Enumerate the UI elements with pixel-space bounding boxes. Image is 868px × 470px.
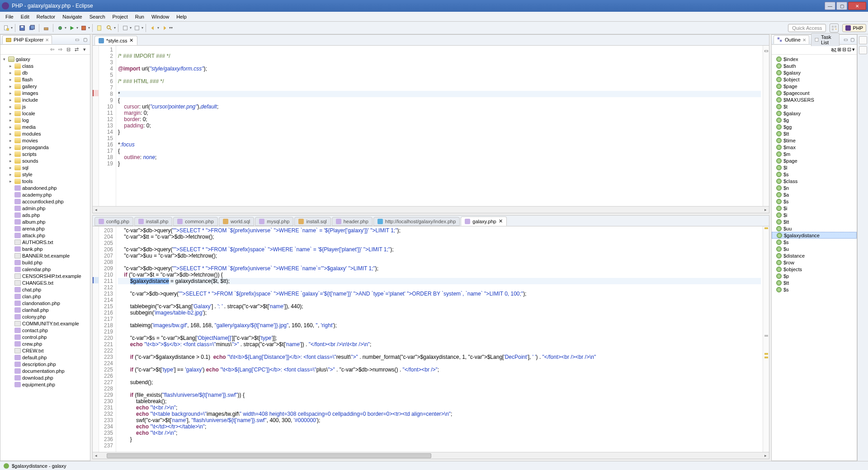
file-accountlocked-php[interactable]: accountlocked.php [0,198,90,205]
file-AUTHORS-txt[interactable]: AUTHORS.txt [0,239,90,245]
editor-body-top[interactable]: 12345678910111213141516171819 /* ### IMP… [93,46,769,206]
open-perspective-button[interactable]: + [830,24,839,33]
explorer-tree[interactable]: ▾galaxy▸class▸db▸flash▸gallery▸images▸in… [0,55,90,461]
outline-item[interactable]: $tt [772,130,857,137]
outline-item[interactable]: $m [772,150,857,157]
file-crew-php[interactable]: crew.php [0,340,90,347]
outline-item[interactable]: $galaxy [772,110,857,117]
menu-refactor[interactable]: Refactor [33,13,59,20]
forward-icon[interactable]: ⇨ [57,46,64,53]
view-menu-icon[interactable]: ▾ [81,46,88,53]
outline-item[interactable]: $s [772,239,857,245]
close-icon[interactable]: ✕ [129,38,133,43]
folder-sql[interactable]: ▸sql [0,164,90,171]
new-php-button[interactable] [95,24,104,33]
folder-class[interactable]: ▸class [0,62,90,69]
horizontal-scrollbar[interactable]: ◂▸ [93,206,769,213]
collapse-all-icon[interactable]: ⊟ [65,46,72,53]
minimize-view-button[interactable]: ▭ [843,37,848,43]
file-clandonation-php[interactable]: clandonation.php [0,300,90,306]
folder-js[interactable]: ▸js [0,103,90,110]
file-COMMUNITY-txt-example[interactable]: COMMUNITY.txt.example [0,320,90,327]
file-clan-php[interactable]: clan.php [0,293,90,300]
outline-item[interactable]: $g [772,117,857,123]
close-icon[interactable]: ✕ [45,38,49,42]
tab-galaxy-php[interactable]: galaxy.php✕ [461,216,506,226]
new-button[interactable] [2,24,11,33]
file-documentation-php[interactable]: documentation.php [0,367,90,374]
file-chat-php[interactable]: chat.php [0,286,90,293]
folder-movies[interactable]: ▸movies [0,137,90,144]
menu-run[interactable]: Run [132,13,148,20]
maximize-view-button[interactable]: ▢ [82,37,88,43]
outline-item[interactable]: $i [772,212,857,218]
file-equipment-php[interactable]: equipment.php [0,381,90,388]
file-CHANGES-txt[interactable]: CHANGES.txt [0,279,90,286]
close-button[interactable]: ✕ [848,2,866,10]
file-ads-php[interactable]: ads.php [0,212,90,218]
file-CREW-txt[interactable]: CREW.txt [0,347,90,354]
file-album-php[interactable]: album.php [0,218,90,225]
file-download-php[interactable]: download.php [0,374,90,381]
outline-item[interactable]: $p [772,273,857,279]
menu-search[interactable]: Search [86,13,109,20]
outline-item[interactable]: $auth [772,62,857,69]
file-bank-php[interactable]: bank.php [0,245,90,252]
quick-access-input[interactable]: Quick Access [788,24,826,32]
file-arena-php[interactable]: arena.php [0,225,90,232]
file-contact-php[interactable]: contact.php [0,327,90,334]
file-admin-php[interactable]: admin.php [0,205,90,212]
file-control-php[interactable]: control.php [0,334,90,340]
outline-item[interactable]: $tt [772,279,857,286]
perspective-php[interactable]: PHP [842,24,866,32]
file-attack-php[interactable]: attack.php [0,232,90,239]
filter-icon[interactable]: ⊞ [837,47,841,52]
view-menu-icon[interactable]: ▾ [852,47,855,52]
tab-config-php[interactable]: config.php [94,217,133,226]
folder-propaganda[interactable]: ▸propaganda [0,144,90,150]
folder-log[interactable]: ▸log [0,117,90,123]
task-list-tab[interactable]: Task List [811,33,840,46]
outline-item[interactable]: $galaxydistance [772,232,857,239]
open-type-button[interactable] [132,24,142,33]
php-explorer-tab[interactable]: PHP Explorer ✕ [2,35,52,44]
folder-tools[interactable]: ▸tools [0,178,90,184]
folder-scripts[interactable]: ▸scripts [0,150,90,157]
tab-install-sql[interactable]: install.sql [294,217,330,226]
folder-modules[interactable]: ▸modules [0,130,90,137]
outline-item[interactable]: $a [772,191,857,198]
file-abandoned-php[interactable]: abandoned.php [0,184,90,191]
tab-mysql-php[interactable]: mysql.php [255,217,293,226]
tab-install-php[interactable]: install.php [134,217,173,226]
minimize-button[interactable]: — [825,2,835,10]
trim-button-2[interactable] [859,46,867,54]
project-galaxy[interactable]: ▾galaxy [0,56,90,62]
outline-item[interactable]: $gg [772,123,857,130]
trim-button-1[interactable] [859,36,867,44]
folder-sounds[interactable]: ▸sounds [0,157,90,164]
outline-tab[interactable]: Outline ✕ [774,35,809,44]
outline-item[interactable]: $class [772,178,857,184]
toggle-mark-button[interactable] [121,24,130,33]
outline-item[interactable]: $n [772,184,857,191]
file-build-php[interactable]: build.php [0,259,90,266]
outline-item[interactable]: $objects [772,266,857,273]
outline-item[interactable]: $index [772,56,857,62]
folder-style[interactable]: ▸style [0,171,90,178]
menu-window[interactable]: Window [148,13,173,20]
horizontal-scrollbar[interactable]: ◂▸ [93,452,769,459]
menu-project[interactable]: Project [109,13,132,20]
file-description-php[interactable]: description.php [0,361,90,367]
outline-item[interactable]: $galaxy [772,69,857,76]
folder-include[interactable]: ▸include [0,96,90,103]
maximize-button[interactable]: ▢ [836,2,847,10]
folder-images[interactable]: ▸images [0,89,90,96]
outline-item[interactable]: $MAXUSERS [772,96,857,103]
tab-http-localhost-galaxy-index-php[interactable]: http://localhost/galaxy/index.php [373,217,460,226]
folder-gallery[interactable]: ▸gallery [0,83,90,89]
outline-item[interactable]: $page [772,83,857,89]
menu-help[interactable]: Help [173,13,190,20]
sort-icon[interactable]: a͢z [831,47,837,52]
tab-header-php[interactable]: header.php [332,217,373,226]
outline-item[interactable]: $page [772,157,857,164]
